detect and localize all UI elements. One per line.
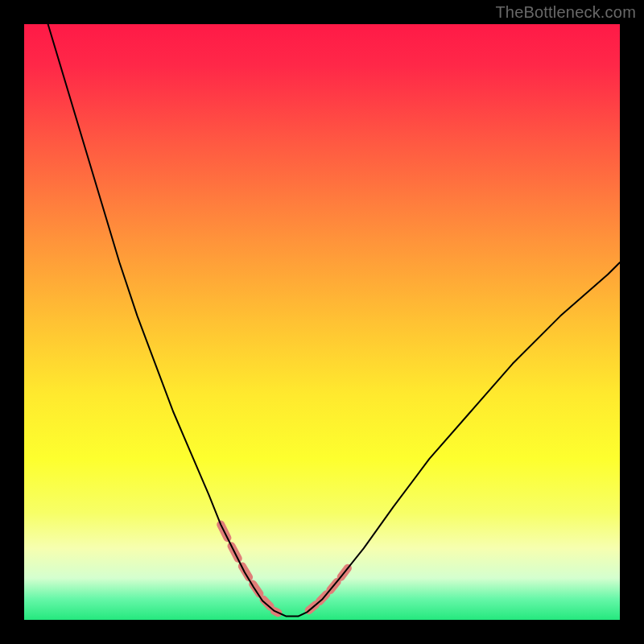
- chart-frame: TheBottleneck.com: [0, 0, 644, 644]
- plot-background: [24, 24, 620, 620]
- watermark-text: TheBottleneck.com: [495, 3, 636, 22]
- bottleneck-chart: [0, 0, 644, 644]
